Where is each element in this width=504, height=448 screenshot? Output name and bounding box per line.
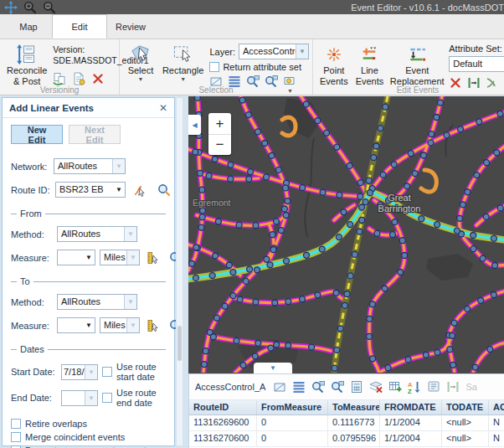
chevron-down-icon: ▼ bbox=[137, 76, 143, 83]
chevron-down-icon: ▼ bbox=[126, 250, 139, 265]
pan-tool-icon[interactable] bbox=[4, 1, 18, 14]
column-header[interactable]: AC bbox=[489, 400, 504, 415]
event-replacement-icon bbox=[408, 47, 426, 62]
retire-overlaps-label: Retire overlaps bbox=[25, 419, 87, 429]
attribute-set-dropdown[interactable]: Default ▼ bbox=[449, 56, 504, 72]
network-label: Network: bbox=[11, 162, 49, 172]
pick-measure-on-map-icon[interactable] bbox=[147, 319, 160, 332]
map-label-great-barrington: Barrington bbox=[378, 203, 421, 214]
titlebar: Event Editor - v10.6.1 - docMassDOTI bbox=[0, 0, 504, 14]
group-selection: Select ▼ Rectangle ▼ Layer: AccessContro… bbox=[120, 39, 313, 95]
chevron-down-icon: ▼ bbox=[270, 364, 276, 372]
from-method-dropdown[interactable]: AllRoutes ▼ bbox=[57, 226, 137, 242]
select-cursor-icon bbox=[130, 44, 151, 64]
merge-coincident-checkbox[interactable] bbox=[11, 432, 21, 442]
end-date-input[interactable]: ▼ bbox=[61, 390, 98, 406]
table-row[interactable]: 11316269600 0 0.1116773 1/1/2004 <null> … bbox=[189, 415, 504, 431]
map-graphics: Egremont Great Barrington bbox=[188, 96, 504, 373]
column-header[interactable]: FROMDATE bbox=[380, 400, 442, 415]
map-zoom-out-button[interactable]: − bbox=[208, 134, 231, 155]
point-events-button[interactable]: Point Events bbox=[318, 42, 350, 87]
to-measure-label: Measure: bbox=[11, 321, 53, 331]
select-tool-button[interactable]: Select ▼ bbox=[125, 42, 157, 84]
line-events-button[interactable]: Line Events bbox=[354, 42, 386, 87]
network-dropdown[interactable]: AllRoutes ▼ bbox=[54, 158, 126, 174]
from-method-label: Method: bbox=[11, 229, 53, 239]
delete-version-icon[interactable] bbox=[91, 72, 105, 85]
clear-selection-icon[interactable] bbox=[369, 380, 383, 394]
use-route-end-date-checkbox[interactable] bbox=[102, 393, 112, 403]
save-button[interactable]: Sa bbox=[465, 382, 476, 392]
attributes-page-icon[interactable] bbox=[427, 380, 440, 394]
table-toolbar: AccessControl_A Sa bbox=[189, 374, 504, 400]
map-zoom-control: + − bbox=[208, 113, 231, 155]
tab-edit[interactable]: Edit bbox=[52, 14, 107, 39]
retire-overlaps-checkbox[interactable] bbox=[11, 419, 21, 429]
select-by-attribute-icon[interactable] bbox=[292, 380, 306, 394]
scrollbar-thumb[interactable] bbox=[177, 326, 182, 361]
group-label-selection: Selection bbox=[120, 85, 312, 95]
panel-scrollbar[interactable] bbox=[176, 97, 183, 446]
tab-review[interactable]: Review bbox=[107, 14, 154, 39]
use-route-start-date-label: Use route start date bbox=[116, 362, 166, 382]
group-label-edit-events: Edit Events bbox=[313, 85, 504, 95]
pick-measure-on-map-icon[interactable] bbox=[147, 251, 160, 265]
select-route-on-map-icon[interactable] bbox=[133, 183, 147, 197]
tab-map[interactable]: Map bbox=[5, 14, 52, 39]
zoom-out-tool-icon[interactable] bbox=[43, 1, 56, 14]
reconcile-icon bbox=[17, 44, 37, 64]
new-edit-button[interactable]: New Edit bbox=[11, 125, 63, 144]
to-unit-dropdown[interactable]: Miles ▼ bbox=[100, 317, 140, 333]
from-measure-combo[interactable]: ▼ bbox=[57, 250, 95, 265]
point-events-icon bbox=[327, 47, 342, 62]
map-canvas[interactable]: Egremont Great Barrington ◀ + − ▼ bbox=[188, 96, 504, 373]
column-header[interactable]: RouteID bbox=[189, 400, 257, 415]
field-calculator-icon[interactable] bbox=[350, 380, 363, 394]
to-method-dropdown[interactable]: AllRoutes ▼ bbox=[57, 294, 137, 310]
app-title: Event Editor - v10.6.1 - docMassDOTI bbox=[351, 3, 504, 13]
return-attribute-checkbox[interactable] bbox=[209, 62, 219, 72]
chevron-down-icon: ▼ bbox=[83, 250, 95, 265]
map-zoom-in-button[interactable]: + bbox=[208, 113, 231, 134]
conflicts-icon[interactable] bbox=[53, 72, 66, 85]
start-date-input[interactable]: 7/18/ ▼ bbox=[61, 364, 98, 380]
map-label-great-barrington: Great bbox=[388, 193, 411, 203]
column-header[interactable]: FromMeasure bbox=[257, 400, 328, 415]
use-route-end-date-label: Use route end date bbox=[116, 388, 166, 408]
column-header[interactable]: TODATE bbox=[442, 400, 489, 415]
attribute-table-panel: AccessControl_A Sa RouteID FromMeasure T… bbox=[188, 373, 504, 448]
dates-section-title: Dates bbox=[20, 344, 44, 354]
reconcile-post-button[interactable]: Reconcile & Post bbox=[5, 42, 49, 87]
table-panel-toggle[interactable]: ▼ bbox=[254, 363, 292, 373]
group-edit-events: Point Events Line Events Event Replaceme… bbox=[313, 39, 504, 95]
pan-to-selected-icon[interactable] bbox=[331, 380, 344, 394]
close-icon[interactable]: ✕ bbox=[159, 102, 167, 114]
polygon-select-icon[interactable] bbox=[273, 380, 286, 394]
route-id-combo[interactable]: BSR23 EB ▼ bbox=[55, 182, 126, 198]
layer-dropdown[interactable]: AccessControl_A ▼ bbox=[239, 44, 309, 59]
zoom-in-tool-icon[interactable] bbox=[23, 1, 37, 14]
next-edit-button[interactable]: Next Edit bbox=[69, 125, 121, 144]
attribute-table: RouteID FromMeasure ToMeasure FROMDATE T… bbox=[189, 400, 504, 447]
add-record-icon[interactable] bbox=[388, 380, 402, 394]
to-section-title: To bbox=[20, 276, 30, 286]
split-event-icon[interactable] bbox=[446, 380, 460, 394]
collapse-panel-button[interactable]: ◀ bbox=[188, 115, 201, 135]
use-route-start-date-checkbox[interactable] bbox=[102, 367, 112, 377]
from-unit-dropdown[interactable]: Miles ▼ bbox=[100, 250, 140, 265]
column-header[interactable]: ToMeasure bbox=[328, 400, 380, 415]
event-replacement-button[interactable]: Event Replacement bbox=[389, 42, 445, 87]
chevron-down-icon: ▼ bbox=[113, 183, 125, 197]
rectangle-tool-button[interactable]: Rectangle ▼ bbox=[161, 42, 206, 84]
table-row[interactable]: 11316270600 0 0.0795596 1/1/2004 <null> … bbox=[189, 431, 504, 447]
to-measure-combo[interactable]: ▼ bbox=[57, 317, 95, 333]
zoom-to-route-icon[interactable] bbox=[157, 183, 171, 197]
save-version-icon[interactable] bbox=[72, 72, 85, 85]
zoom-to-selected-icon[interactable] bbox=[311, 380, 325, 394]
merge-coincident-label: Merge coincident events bbox=[25, 432, 125, 442]
ribbon-tabbar: Map Edit Review bbox=[0, 14, 504, 39]
sort-icon[interactable] bbox=[408, 380, 421, 394]
chevron-down-icon: ▼ bbox=[83, 318, 95, 332]
chevron-down-icon: ▼ bbox=[180, 76, 186, 83]
layer-label: Layer: bbox=[209, 47, 235, 57]
